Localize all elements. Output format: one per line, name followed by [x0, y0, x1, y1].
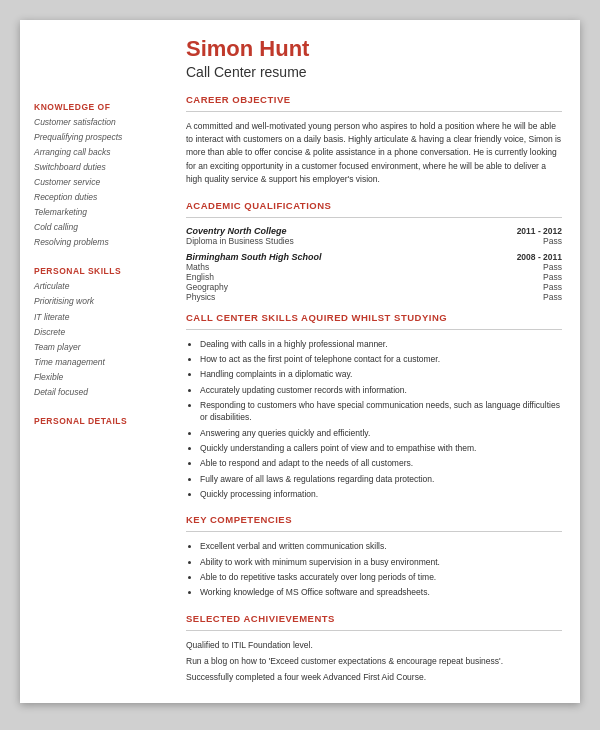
knowledge-item: Customer service [34, 177, 158, 188]
academic-heading: ACADEMIC QUALIFICATIONS [186, 200, 562, 211]
knowledge-item: Telemarketing [34, 207, 158, 218]
right-column: Simon Hunt Call Center resume CAREER OBJ… [170, 20, 580, 703]
school-year: 2011 - 2012 [517, 226, 562, 236]
job-title: Call Center resume [186, 64, 562, 80]
skills-divider [186, 329, 562, 330]
subject-name: Maths [186, 262, 209, 272]
resume-container: KNOWLEDGE OF Customer satisfactionPrequa… [20, 20, 580, 703]
subject-row: MathsPass [186, 262, 562, 272]
skill-item: Able to respond and adapt to the needs o… [200, 457, 562, 469]
academic-entry: Coventry North College2011 - 2012Diploma… [186, 226, 562, 246]
school-name: Birmingham South High School [186, 252, 322, 262]
skill-item: Handling complaints in a diplomatic way. [200, 368, 562, 380]
school-name: Coventry North College [186, 226, 287, 236]
achievement-item: Run a blog on how to 'Exceed customer ex… [186, 655, 562, 668]
personal-skill-item: Flexible [34, 372, 158, 383]
competency-item: Excellent verbal and written communicati… [200, 540, 562, 552]
achievement-item: Qualified to ITIL Foundation level. [186, 639, 562, 652]
skill-item: Quickly processing information. [200, 488, 562, 500]
personal-skill-item: Team player [34, 342, 158, 353]
skill-item: Answering any queries quickly and effici… [200, 427, 562, 439]
personal-skills-list: ArticulatePrioritising workIT literateDi… [34, 281, 158, 397]
competency-item: Working knowledge of MS Office software … [200, 586, 562, 598]
knowledge-item: Cold calling [34, 222, 158, 233]
knowledge-list: Customer satisfactionPrequalifying prosp… [34, 117, 158, 248]
personal-skill-item: Discrete [34, 327, 158, 338]
personal-skill-item: Articulate [34, 281, 158, 292]
skills-list: Dealing with calls in a highly professio… [186, 338, 562, 500]
personal-skill-item: IT literate [34, 312, 158, 323]
personal-skills-heading: PERSONAL SKILLS [34, 266, 158, 276]
competency-item: Able to do repetitive tasks accurately o… [200, 571, 562, 583]
competencies-divider [186, 531, 562, 532]
knowledge-item: Reception duties [34, 192, 158, 203]
skill-item: Quickly understanding a callers point of… [200, 442, 562, 454]
subject-name: Geography [186, 282, 228, 292]
school-row: Birmingham South High School2008 - 2011 [186, 252, 562, 262]
person-name: Simon Hunt [186, 36, 562, 62]
school-row: Coventry North College2011 - 2012 [186, 226, 562, 236]
left-column: KNOWLEDGE OF Customer satisfactionPrequa… [20, 20, 170, 703]
competencies-heading: KEY COMPETENCIES [186, 514, 562, 525]
subject-result: Pass [543, 292, 562, 302]
achievement-item: Successfully completed a four week Advan… [186, 671, 562, 684]
subject-name: English [186, 272, 214, 282]
academic-divider [186, 217, 562, 218]
subject-result: Pass [543, 282, 562, 292]
knowledge-heading: KNOWLEDGE OF [34, 102, 158, 112]
subject-result: Pass [543, 272, 562, 282]
academic-entry: Birmingham South High School2008 - 2011M… [186, 252, 562, 302]
subject-row: Diploma in Business StudiesPass [186, 236, 562, 246]
skill-item: Fully aware of all laws & regulations re… [200, 473, 562, 485]
achievements-divider [186, 630, 562, 631]
subject-result: Pass [543, 262, 562, 272]
competency-item: Ability to work with minimum supervision… [200, 556, 562, 568]
subject-result: Pass [543, 236, 562, 246]
subject-row: PhysicsPass [186, 292, 562, 302]
knowledge-item: Customer satisfaction [34, 117, 158, 128]
subject-row: GeographyPass [186, 282, 562, 292]
career-objective-heading: CAREER OBJECTIVE [186, 94, 562, 105]
personal-skill-item: Time management [34, 357, 158, 368]
skills-heading: CALL CENTER SKILLS AQUIRED WHILST STUDYI… [186, 312, 562, 323]
personal-skill-item: Detail focused [34, 387, 158, 398]
skill-item: Responding to customers who have special… [200, 399, 562, 424]
knowledge-item: Arranging call backs [34, 147, 158, 158]
skill-item: How to act as the first point of telepho… [200, 353, 562, 365]
career-objective-text: A committed and well-motivated young per… [186, 120, 562, 186]
knowledge-item: Switchboard duties [34, 162, 158, 173]
skill-item: Dealing with calls in a highly professio… [200, 338, 562, 350]
achievements-list: Qualified to ITIL Foundation level.Run a… [186, 639, 562, 685]
competencies-list: Excellent verbal and written communicati… [186, 540, 562, 598]
career-divider [186, 111, 562, 112]
school-year: 2008 - 2011 [517, 252, 562, 262]
academic-entries: Coventry North College2011 - 2012Diploma… [186, 226, 562, 302]
achievements-heading: SELECTED ACHIVIEVEMENTS [186, 613, 562, 624]
subject-name: Diploma in Business Studies [186, 236, 294, 246]
knowledge-item: Resolving problems [34, 237, 158, 248]
subject-name: Physics [186, 292, 215, 302]
subject-row: EnglishPass [186, 272, 562, 282]
knowledge-item: Prequalifying prospects [34, 132, 158, 143]
skill-item: Accurately updating customer records wit… [200, 384, 562, 396]
personal-details-heading: PERSONAL DETAILS [34, 416, 158, 426]
personal-skill-item: Prioritising work [34, 296, 158, 307]
